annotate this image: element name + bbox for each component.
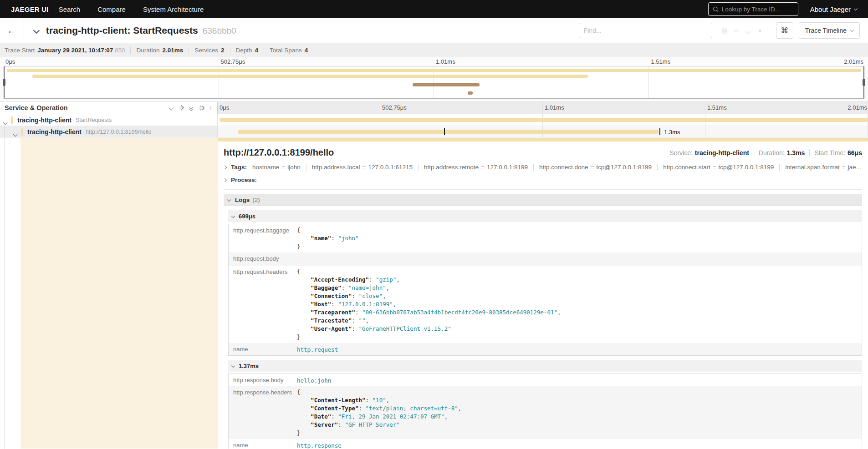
- span-detail-titlebar: http://127.0.0.1:8199/hello Service:trac…: [224, 147, 862, 158]
- json-value: { "Content-Length": "10", "Content-Type"…: [297, 388, 858, 437]
- about-jaeger-menu[interactable]: About Jaeger: [810, 5, 857, 13]
- timeline-tick-label: 502.75μs: [219, 58, 245, 65]
- summary-value: 4: [255, 47, 259, 54]
- next-result-button[interactable]: [742, 27, 754, 35]
- span-duration-bar[interactable]: [238, 130, 659, 134]
- tag-equals: =: [363, 164, 366, 171]
- span-log-marker[interactable]: [444, 128, 445, 135]
- tag-value: 127.0.0.1:61215: [368, 164, 413, 171]
- logs-accordion-header[interactable]: Logs (2): [224, 194, 862, 206]
- log-entry: 1.37mshttp.response.bodyhello:johnhttp.r…: [228, 360, 862, 449]
- keyboard-shortcuts-button[interactable]: ⌘: [776, 22, 793, 39]
- tag-equals: =: [281, 164, 285, 171]
- span-service-name: tracing-http-client: [27, 128, 82, 136]
- minimap-drag-handle-right[interactable]: [863, 66, 864, 98]
- trace-title-collapse-chevron[interactable]: [34, 26, 39, 35]
- log-field-key: name: [229, 439, 297, 449]
- overview-label: Duration:: [759, 149, 785, 156]
- log-field-key: name: [229, 343, 297, 355]
- process-label: Process:: [231, 177, 257, 183]
- summary-label: Total Spans: [270, 47, 302, 54]
- tag-key: http.address.remote: [424, 164, 479, 171]
- chevron-right-icon: [223, 165, 227, 169]
- collapse-one-icon[interactable]: [169, 106, 173, 110]
- log-field-value: { "Accept-Encoding": "gzip", "Baggage": …: [297, 266, 862, 343]
- minimap-canvas[interactable]: [4, 66, 864, 99]
- chevron-down-icon: [850, 28, 854, 32]
- tree-indent-guide: [5, 126, 5, 137]
- trace-summary-item: Services2: [189, 47, 224, 54]
- search-icon: [713, 6, 719, 12]
- chevron-down-icon: [33, 27, 40, 34]
- timeline-tick-label: 0μs: [218, 104, 229, 111]
- expand-all-icon[interactable]: [199, 106, 204, 110]
- span-collapse-chevron[interactable]: [4, 118, 7, 126]
- previous-result-button[interactable]: [730, 27, 742, 35]
- tag-key: http.address.local: [312, 164, 360, 171]
- timeline-tick-label: 1.01ms: [543, 104, 564, 111]
- span-timeline-cell[interactable]: [218, 114, 868, 126]
- tag-item: http.address.local=127.0.0.1:61215: [306, 164, 413, 171]
- json-value: { "Accept-Encoding": "gzip", "Baggage": …: [297, 267, 858, 341]
- trace-id-lookup-input[interactable]: [722, 6, 794, 13]
- about-jaeger-label: About Jaeger: [810, 5, 851, 13]
- span-collapse-chevron[interactable]: [14, 130, 17, 137]
- span-row[interactable]: tracing-http-clientStartRequests: [0, 114, 868, 126]
- log-field-key: http.request.headers: [229, 266, 297, 343]
- log-field-string-value: hello:john: [297, 376, 858, 384]
- tag-value: jae...: [848, 164, 861, 171]
- span-duration-bar[interactable]: [220, 118, 868, 122]
- chevron-right-icon: [179, 105, 184, 110]
- trace-view-select[interactable]: Trace Timeline: [799, 22, 860, 39]
- column-resizer-handle[interactable]: ‖: [209, 105, 214, 111]
- log-field-empty-value: [297, 254, 858, 264]
- timeline-gridline: [705, 126, 705, 137]
- tags-list: hostname=ijohnhttp.address.local=127.0.0…: [252, 164, 861, 171]
- span-duration-label: 1.3ms: [664, 129, 680, 136]
- logs-section: Logs (2) 699μshttp.request.baggage{ "nam…: [224, 194, 862, 449]
- summary-value: 2: [221, 47, 225, 54]
- nav-item-search[interactable]: Search: [59, 5, 81, 13]
- span-log-marker[interactable]: [659, 128, 660, 135]
- trace-controls: ◎ × ⌘ Trace Timeline: [579, 18, 860, 43]
- log-timestamp-accordion[interactable]: 1.37ms: [228, 360, 862, 372]
- span-name-cell[interactable]: tracing-http-clientStartRequests: [0, 114, 218, 126]
- clear-find-button[interactable]: ×: [754, 27, 766, 35]
- match-highlight-icon[interactable]: ◎: [719, 26, 730, 35]
- timeline-tick-label: 1.51ms: [705, 104, 727, 111]
- find-input[interactable]: [579, 23, 712, 38]
- back-button[interactable]: ←: [0, 18, 24, 43]
- trace-title: tracing-http-client: StartRequests636bbb…: [46, 25, 236, 36]
- tag-equals: =: [842, 164, 846, 171]
- span-timeline-cell[interactable]: 1.3ms: [218, 126, 868, 138]
- tag-equals: =: [713, 164, 716, 171]
- span-name-cell[interactable]: tracing-http-clienthttp://127.0.0.1:8199…: [0, 126, 218, 138]
- jaeger-logo[interactable]: JAEGER UI: [11, 5, 49, 13]
- log-field-value: hello:john: [297, 374, 862, 386]
- tags-accordion[interactable]: Tags: hostname=ijohnhttp.address.local=1…: [224, 164, 862, 171]
- span-rows: tracing-http-clientStartRequeststracing-…: [0, 114, 868, 138]
- trace-id-lookup: [708, 2, 798, 16]
- expand-one-icon[interactable]: [179, 106, 183, 110]
- log-entry: 699μshttp.request.baggage{ "name": "john…: [228, 210, 862, 356]
- span-overview: Service:tracing-http-clientDuration:1.3m…: [669, 149, 862, 156]
- log-field-key: http.request.baggage: [229, 224, 297, 252]
- minimap-drag-handle-left[interactable]: [4, 66, 5, 98]
- timeline-tick-label: 2.01ms: [848, 104, 868, 111]
- tag-key: internal.span.format: [785, 164, 839, 171]
- collapse-all-icon[interactable]: [189, 106, 193, 111]
- trace-summary-item: Duration2.01ms: [130, 47, 183, 54]
- nav-item-compare[interactable]: Compare: [97, 5, 126, 13]
- span-detail-gutter: [0, 138, 20, 449]
- nav-item-system-architecture[interactable]: System Architecture: [143, 5, 204, 13]
- log-timestamp-accordion[interactable]: 699μs: [228, 210, 862, 222]
- logs-title: Logs: [235, 197, 250, 203]
- summary-label: Depth: [236, 47, 252, 54]
- chevron-down-icon: [168, 105, 174, 110]
- span-row[interactable]: tracing-http-clienthttp://127.0.0.1:8199…: [0, 126, 868, 138]
- timeline-tick-label: 0μs: [4, 58, 15, 65]
- process-accordion[interactable]: Process:: [224, 177, 862, 183]
- overview-label: Start Time:: [814, 149, 845, 156]
- trace-summary-item: Depth4: [230, 47, 259, 54]
- tag-value: tcp@127.0.0.1:8199: [719, 164, 774, 171]
